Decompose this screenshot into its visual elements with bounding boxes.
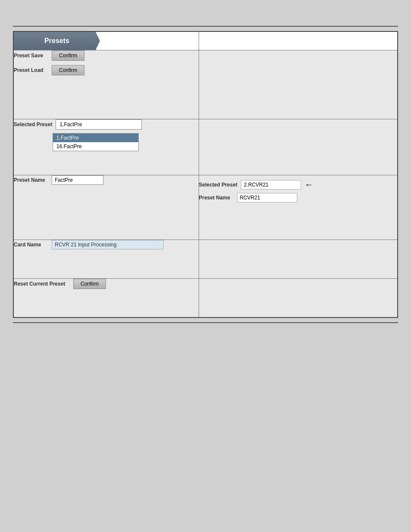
selected-preset-label: Selected Preset	[14, 121, 52, 128]
selected-preset-select[interactable]: 1.FactPre 16.FactPre	[56, 119, 142, 130]
preset-save-label: Preset Save	[14, 53, 48, 59]
reset-left-cell: Reset Current Preset Confirm	[13, 279, 199, 317]
reset-current-preset-button[interactable]: Confirm	[73, 279, 106, 289]
reset-current-preset-label: Reset Current Preset	[14, 281, 70, 287]
selected-preset-right-row: Selected Preset ←	[199, 180, 398, 190]
presets-title: Presets	[14, 32, 100, 50]
card-name-label: Card Name	[14, 242, 48, 248]
card-name-row: Card Name	[13, 240, 398, 279]
page-wrapper: Presets Preset Save Confirm Preset Load …	[0, 26, 411, 532]
selected-preset-field-row: Selected Preset 1.FactPre 16.FactPre	[14, 119, 199, 130]
preset-save-confirm-button[interactable]: Confirm	[52, 50, 84, 61]
save-load-right-cell	[199, 50, 398, 119]
selected-preset-right-label: Selected Preset	[199, 182, 237, 188]
preset-name-left-cell: Preset Name	[13, 175, 199, 240]
reset-right-cell	[199, 279, 398, 317]
header-row: Presets	[13, 31, 398, 50]
selected-preset-right-input[interactable]	[241, 180, 301, 190]
header-right-cell	[199, 31, 398, 50]
preset-name-right-input[interactable]	[237, 193, 297, 202]
top-divider	[13, 26, 398, 27]
save-load-cell: Preset Save Confirm Preset Load Confirm	[13, 50, 199, 119]
reset-row: Reset Current Preset Confirm	[13, 279, 398, 317]
preset-name-right-row: Preset Name	[199, 193, 398, 202]
card-name-input[interactable]	[52, 240, 164, 249]
card-name-left-cell: Card Name	[13, 240, 199, 279]
main-table: Presets Preset Save Confirm Preset Load …	[13, 31, 398, 318]
selected-preset-cell: Selected Preset 1.FactPre 16.FactPre 1.F…	[13, 119, 199, 175]
card-name-field-row: Card Name	[14, 240, 199, 249]
preset-name-right-cell: Selected Preset ← Preset Name	[199, 175, 398, 240]
preset-save-row: Preset Save Confirm	[14, 50, 199, 61]
preset-load-label: Preset Load	[14, 67, 48, 73]
preset-name-label: Preset Name	[14, 177, 48, 183]
preset-load-row: Preset Load Confirm	[14, 65, 199, 75]
bottom-divider	[13, 322, 398, 323]
preset-dropdown-list: 1.FactPre 16.FactPre	[53, 133, 139, 151]
selected-preset-dropdown-wrapper: 1.FactPre 16.FactPre	[56, 119, 142, 130]
preset-name-field-row: Preset Name	[14, 175, 199, 185]
selected-preset-row: Selected Preset 1.FactPre 16.FactPre 1.F…	[13, 119, 398, 175]
reset-preset-row: Reset Current Preset Confirm	[14, 279, 199, 289]
card-name-right-cell	[199, 240, 398, 279]
arrow-indicator: ←	[305, 180, 313, 190]
preset-list-item-16[interactable]: 16.FactPre	[53, 142, 138, 151]
save-load-row: Preset Save Confirm Preset Load Confirm	[13, 50, 398, 119]
preset-name-row: Preset Name Selected Preset ← Preset Nam…	[13, 175, 398, 240]
preset-name-input[interactable]	[52, 175, 103, 185]
header-left-cell: Presets	[13, 31, 199, 50]
preset-name-right-label: Preset Name	[199, 195, 234, 201]
preset-list-item-1[interactable]: 1.FactPre	[53, 134, 138, 142]
selected-preset-right-cell	[199, 119, 398, 175]
preset-load-confirm-button[interactable]: Confirm	[52, 65, 84, 75]
